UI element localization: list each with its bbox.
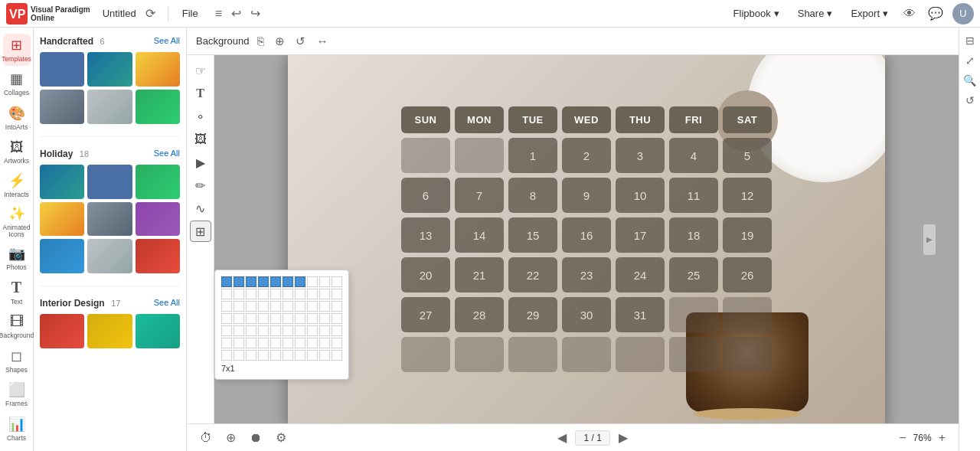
holiday-item-1[interactable] <box>40 165 84 199</box>
calendar-day-14[interactable]: 14 <box>455 217 504 253</box>
grid-cell-0-5[interactable] <box>283 276 293 287</box>
grid-cell-3-9[interactable] <box>332 313 342 324</box>
calendar-day-24[interactable]: 24 <box>616 257 665 292</box>
layers-button[interactable]: ⊟ <box>962 32 978 49</box>
grid-cell-1-1[interactable] <box>234 289 244 299</box>
calendar-day-16[interactable]: 16 <box>562 217 611 253</box>
grid-cell-4-8[interactable] <box>319 325 330 336</box>
grid-cell-3-4[interactable] <box>270 313 281 324</box>
grid-cell-1-5[interactable] <box>283 289 293 299</box>
holiday-item-2[interactable] <box>87 165 132 199</box>
calendar-day-12[interactable]: 12 <box>723 178 772 213</box>
grid-cell-6-6[interactable] <box>295 350 305 361</box>
zoom-in-button[interactable]: + <box>935 429 949 447</box>
share-button[interactable]: Share ▾ <box>792 5 839 22</box>
grid-cell-4-0[interactable] <box>221 325 232 336</box>
grid-cell-2-3[interactable] <box>258 301 269 312</box>
holiday-item-4[interactable] <box>40 202 84 237</box>
grid-cell-5-1[interactable] <box>234 338 244 348</box>
grid-cell-2-6[interactable] <box>295 301 305 312</box>
canvas-duplicate-button[interactable]: ⊕ <box>273 32 287 51</box>
grid-cell-1-8[interactable] <box>319 289 330 299</box>
grid-cell-5-2[interactable] <box>246 338 256 348</box>
sidebar-item-collages[interactable]: ▦ Collages <box>3 67 31 100</box>
next-page-button[interactable]: ▶ <box>615 428 632 447</box>
grid-cell-1-4[interactable] <box>270 289 281 299</box>
grid-cell-1-2[interactable] <box>246 289 256 299</box>
handcrafted-item-6[interactable] <box>136 90 180 124</box>
handcrafted-item-4[interactable] <box>40 90 84 124</box>
grid-cell-4-7[interactable] <box>307 325 318 336</box>
calendar-day-9[interactable]: 9 <box>562 178 611 213</box>
sidebar-item-background[interactable]: 🎞 Background <box>3 311 31 343</box>
grid-cell-2-7[interactable] <box>307 301 318 312</box>
export-button[interactable]: Export ▾ <box>844 5 894 22</box>
grid-cell-0-4[interactable] <box>270 276 281 287</box>
grid-cell-5-0[interactable] <box>221 338 232 348</box>
grid-cell-2-0[interactable] <box>221 301 232 312</box>
grid-cell-3-7[interactable] <box>307 313 318 324</box>
canvas-settings-button[interactable]: ⚙ <box>272 428 290 447</box>
calendar-day-10[interactable]: 10 <box>616 178 665 213</box>
interior-item-3[interactable] <box>136 314 180 348</box>
sidebar-item-interacts[interactable]: ⚡ Interacts <box>3 169 31 201</box>
grid-cell-3-1[interactable] <box>234 313 244 324</box>
grid-cell-2-5[interactable] <box>283 301 293 312</box>
calendar-day-1[interactable]: 1 <box>508 138 557 173</box>
menu-icon-button[interactable]: ≡ <box>212 5 225 22</box>
grid-cell-2-2[interactable] <box>246 301 256 312</box>
sidebar-item-frames[interactable]: ⬜ Frames <box>3 378 31 410</box>
sidebar-item-animated-icons[interactable]: ✨ Animated Icons <box>3 204 31 240</box>
image-tool-button[interactable]: 🖼 <box>190 129 211 150</box>
grid-cell-1-0[interactable] <box>221 289 232 299</box>
handcrafted-item-3[interactable] <box>136 52 180 87</box>
grid-cell-6-9[interactable] <box>332 350 342 361</box>
user-avatar[interactable]: U <box>952 3 974 25</box>
undo-button[interactable]: ↩ <box>228 5 244 22</box>
pointer-tool-button[interactable]: ☞ <box>190 60 211 81</box>
grid-cell-3-6[interactable] <box>295 313 305 324</box>
sidebar-item-charts[interactable]: 📊 Charts <box>3 413 31 445</box>
grid-cell-5-7[interactable] <box>307 338 318 348</box>
grid-cell-0-3[interactable] <box>258 276 269 287</box>
grid-cell-2-9[interactable] <box>332 301 342 312</box>
grid-cell-3-5[interactable] <box>283 313 293 324</box>
grid-cell-6-1[interactable] <box>234 350 244 361</box>
grid-cell-3-8[interactable] <box>319 313 330 324</box>
handcrafted-item-1[interactable] <box>40 52 84 87</box>
grid-cell-0-1[interactable] <box>234 276 244 287</box>
add-page-button[interactable]: ⊕ <box>222 428 240 447</box>
grid-cell-2-8[interactable] <box>319 301 330 312</box>
resize-button[interactable]: ⤢ <box>962 52 978 69</box>
calendar-day-18[interactable]: 18 <box>669 217 718 253</box>
grid-cell-0-9[interactable] <box>332 276 342 287</box>
grid-cell-6-4[interactable] <box>270 350 281 361</box>
calendar-day-28[interactable]: 28 <box>455 297 504 332</box>
calendar-day-23[interactable]: 23 <box>562 257 611 292</box>
grid-cell-1-9[interactable] <box>332 289 342 299</box>
handcrafted-item-5[interactable] <box>87 90 132 124</box>
calendar-day-26[interactable]: 26 <box>723 257 772 292</box>
sidebar-item-shapes[interactable]: ◻ Shapes <box>3 345 31 377</box>
calendar-day-5[interactable]: 5 <box>723 138 772 173</box>
canvas-copy-button[interactable]: ⎘ <box>255 32 266 50</box>
grid-cell-4-3[interactable] <box>258 325 269 336</box>
grid-cell-4-6[interactable] <box>295 325 305 336</box>
sidebar-item-artworks[interactable]: 🖼 Artworks <box>3 136 31 168</box>
history-button[interactable]: ↺ <box>962 92 978 109</box>
grid-cell-1-3[interactable] <box>258 289 269 299</box>
grid-cell-0-7[interactable] <box>307 276 318 287</box>
grid-cell-0-2[interactable] <box>246 276 256 287</box>
sidebar-item-templates[interactable]: ⊞ Templates <box>3 34 31 66</box>
holiday-item-3[interactable] <box>136 165 180 199</box>
calendar-day-17[interactable]: 17 <box>616 217 665 253</box>
holiday-item-8[interactable] <box>87 239 132 273</box>
calendar-day-19[interactable]: 19 <box>723 217 772 253</box>
calendar-day-21[interactable]: 21 <box>455 257 504 292</box>
calendar-day-2[interactable]: 2 <box>562 138 611 173</box>
grid-cell-2-1[interactable] <box>234 301 244 312</box>
record-button[interactable]: ⏺ <box>246 429 266 447</box>
grid-cell-4-2[interactable] <box>246 325 256 336</box>
sidebar-item-intoarts[interactable]: 🎨 IntoArts <box>3 102 31 134</box>
comment-button[interactable]: 💬 <box>925 5 946 22</box>
